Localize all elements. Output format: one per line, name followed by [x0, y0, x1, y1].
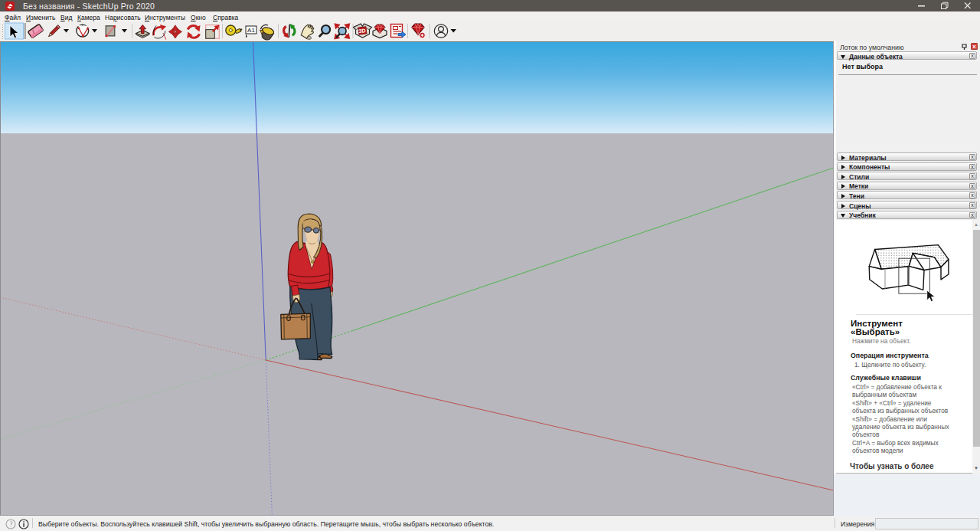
svg-text:A1: A1: [247, 27, 255, 34]
svg-text:3D: 3D: [358, 28, 366, 34]
